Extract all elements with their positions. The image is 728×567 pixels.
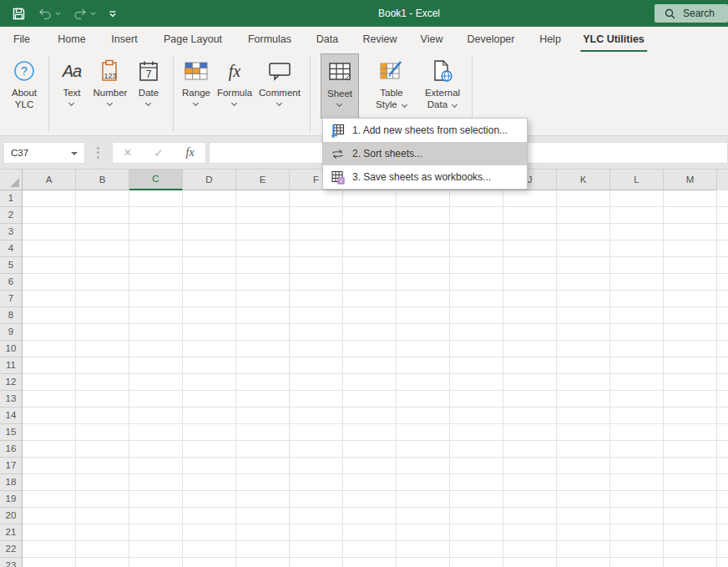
- external-data-button[interactable]: External Data: [419, 53, 466, 119]
- row-header-7[interactable]: 7: [0, 291, 22, 307]
- insert-function-icon[interactable]: fx: [186, 146, 195, 159]
- text-label: Text: [63, 87, 80, 99]
- name-box-dropdown-icon[interactable]: [71, 152, 78, 155]
- svg-text:7: 7: [146, 68, 152, 80]
- tab-review[interactable]: Review: [361, 27, 400, 52]
- date-button[interactable]: 7 Date: [131, 53, 166, 119]
- date-label: Date: [139, 87, 159, 99]
- row-header-16[interactable]: 16: [0, 441, 22, 458]
- row-header-15[interactable]: 15: [0, 424, 22, 441]
- formula-bar-buttons: × ✓ fx: [112, 142, 206, 164]
- svg-text:?: ?: [21, 64, 28, 78]
- row-header-10[interactable]: 10: [0, 341, 22, 357]
- worksheet-grid[interactable]: 1234567891011121314151617181920212223: [0, 190, 728, 567]
- comment-button[interactable]: Comment: [255, 53, 304, 119]
- column-header-C[interactable]: C: [129, 170, 183, 190]
- formula-label: Formula: [217, 87, 252, 99]
- row-header-1[interactable]: 1: [0, 190, 22, 207]
- name-box[interactable]: C37: [3, 142, 85, 164]
- tab-developer[interactable]: Developer: [465, 27, 518, 52]
- row-header-23[interactable]: 23: [0, 558, 22, 567]
- column-header-A[interactable]: A: [23, 170, 76, 190]
- name-box-value: C37: [11, 148, 28, 158]
- tab-home[interactable]: Home: [55, 27, 88, 52]
- sheet-button[interactable]: Sheet: [321, 53, 359, 119]
- number-button[interactable]: 123 Number: [91, 53, 129, 119]
- table-style-button[interactable]: Table Style: [368, 53, 415, 119]
- undo-button[interactable]: [38, 7, 61, 20]
- row-header-9[interactable]: 9: [0, 324, 22, 341]
- row-header-12[interactable]: 12: [0, 374, 22, 391]
- redo-button[interactable]: [73, 7, 96, 20]
- column-header-K[interactable]: K: [557, 170, 610, 190]
- cancel-icon[interactable]: ×: [124, 145, 131, 160]
- comment-bubble-icon: [268, 61, 291, 81]
- grid-cells[interactable]: [23, 190, 728, 567]
- row-header-18[interactable]: 18: [0, 474, 22, 491]
- row-header-17[interactable]: 17: [0, 458, 22, 474]
- svg-text:123: 123: [104, 72, 116, 80]
- row-header-5[interactable]: 5: [0, 257, 22, 274]
- row-header-2[interactable]: 2: [0, 207, 22, 224]
- column-header-B[interactable]: B: [76, 170, 129, 190]
- row-header-4[interactable]: 4: [0, 240, 22, 257]
- row-header-3[interactable]: 3: [0, 224, 22, 240]
- row-header-21[interactable]: 21: [0, 524, 22, 541]
- excel-window: Book1 - Excel Search FileHomeInsertPage …: [0, 0, 728, 567]
- row-header-6[interactable]: 6: [0, 274, 22, 291]
- ribbon-tab-row: FileHomeInsertPage LayoutFormulasDataRev…: [0, 27, 728, 52]
- menu-item-add-new-sheets[interactable]: 1. Add new sheets from selection...: [323, 119, 527, 142]
- about-label-2: YLC: [15, 99, 33, 109]
- tab-insert[interactable]: Insert: [109, 27, 139, 52]
- sort-sheets-icon: [331, 147, 345, 161]
- tab-page-layout[interactable]: Page Layout: [161, 27, 225, 52]
- tab-ylc-utilities[interactable]: YLC Utilities: [580, 27, 647, 52]
- row-header-8[interactable]: 8: [0, 307, 22, 324]
- undo-icon: [38, 7, 53, 20]
- number-clipboard-icon: 123: [99, 59, 121, 83]
- column-header-D[interactable]: D: [183, 170, 236, 190]
- tab-data[interactable]: Data: [314, 27, 341, 52]
- select-all-triangle-icon: [9, 177, 20, 188]
- table-style-label-1: Table: [380, 88, 403, 98]
- chevron-down-icon: [277, 101, 282, 106]
- sheet-label: Sheet: [327, 88, 352, 99]
- window-title: Book1 - Excel: [334, 0, 484, 27]
- row-header-20[interactable]: 20: [0, 508, 22, 524]
- formula-bar-drag-handle[interactable]: [97, 144, 99, 161]
- text-button[interactable]: Aa Text: [53, 53, 90, 119]
- enter-icon[interactable]: ✓: [154, 146, 164, 159]
- tab-file[interactable]: File: [11, 27, 33, 52]
- search-box[interactable]: Search: [655, 4, 728, 23]
- chevron-down-icon: [402, 103, 407, 108]
- column-header-E[interactable]: E: [236, 170, 290, 190]
- save-button[interactable]: [12, 7, 26, 21]
- customize-qat-button[interactable]: [108, 9, 118, 18]
- row-header-19[interactable]: 19: [0, 491, 22, 508]
- about-ylc-button[interactable]: ? AboutYLC: [6, 53, 43, 119]
- row-header-14[interactable]: 14: [0, 408, 22, 424]
- menu-item-save-sheets[interactable]: 3. Save sheets as workbooks...: [323, 165, 527, 189]
- menu-item-label: 2. Sort sheets...: [352, 148, 422, 159]
- save-sheets-icon: [331, 170, 345, 185]
- external-data-icon: [432, 59, 453, 83]
- row-header-11[interactable]: 11: [0, 357, 22, 374]
- column-header-M[interactable]: M: [664, 170, 717, 190]
- column-header-L[interactable]: L: [610, 170, 664, 190]
- table-style-label-2: Style: [376, 99, 397, 109]
- select-all-corner[interactable]: [0, 170, 23, 190]
- row-header-22[interactable]: 22: [0, 541, 22, 558]
- tab-view[interactable]: View: [418, 27, 446, 52]
- date-calendar-icon: 7: [138, 60, 159, 83]
- row-header-13[interactable]: 13: [0, 391, 22, 408]
- menu-item-sort-sheets[interactable]: 2. Sort sheets...: [323, 142, 527, 165]
- save-icon: [12, 7, 26, 21]
- sheet-dropdown-menu: 1. Add new sheets from selection... 2. S…: [322, 118, 528, 190]
- tab-help[interactable]: Help: [537, 27, 564, 52]
- range-button[interactable]: Range: [178, 53, 215, 119]
- chevron-down-icon: [69, 101, 74, 106]
- row-headers: 1234567891011121314151617181920212223: [0, 190, 23, 567]
- tab-formulas[interactable]: Formulas: [245, 27, 294, 52]
- undo-dropdown-icon: [55, 12, 61, 16]
- formula-button[interactable]: fx Formula: [215, 53, 254, 119]
